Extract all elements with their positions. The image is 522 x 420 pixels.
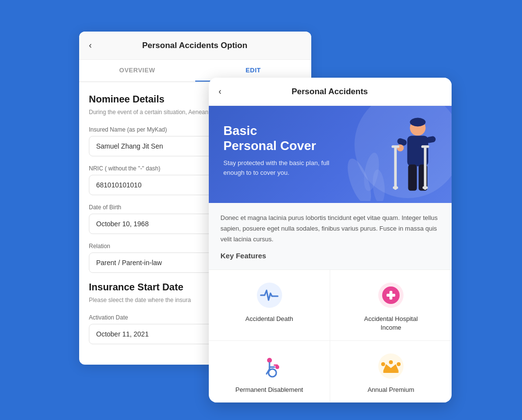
back-arrow-icon[interactable]: ‹ — [89, 40, 92, 50]
accidental-death-label: Accidental Death — [245, 315, 293, 323]
svg-point-29 — [378, 353, 404, 379]
svg-point-28 — [275, 365, 279, 369]
description-box: Donec et magna lacinia purus lobortis ti… — [209, 203, 452, 270]
feature-accidental-death: Accidental Death — [209, 270, 330, 340]
svg-point-26 — [269, 369, 276, 377]
feature-permanent-disablement: Permanent Disablement — [209, 341, 330, 403]
annual-premium-label: Annual Premium — [368, 386, 414, 394]
svg-rect-16 — [422, 186, 428, 189]
feature-annual-premium: Annual Premium — [330, 341, 452, 403]
svg-rect-21 — [387, 294, 395, 297]
svg-rect-9 — [408, 165, 417, 191]
permanent-disablement-icon — [256, 353, 283, 380]
front-card: ‹ Personal Accidents BasicPersonal Cover… — [209, 78, 452, 403]
hospital-income-label: Accidental HospitalIncome — [364, 315, 418, 332]
back-card-header: ‹ Personal Accidents Option — [79, 32, 311, 60]
accidental-death-icon — [256, 282, 283, 309]
svg-point-33 — [397, 362, 401, 366]
svg-point-32 — [389, 360, 393, 364]
annual-premium-icon — [377, 353, 404, 380]
front-card-title: Personal Accidents — [227, 87, 432, 97]
svg-point-31 — [381, 362, 385, 366]
front-card-header: ‹ Personal Accidents — [209, 78, 452, 106]
tab-overview[interactable]: OVERVIEW — [79, 60, 195, 82]
hospital-income-icon — [377, 282, 404, 309]
hero-title: BasicPersonal Cover — [223, 123, 437, 153]
key-features-label: Key Features — [220, 252, 440, 260]
svg-rect-34 — [383, 371, 399, 373]
hero-subtitle: Stay protected with the basic plan, full… — [223, 158, 340, 177]
hero-banner: BasicPersonal Cover Stay protected with … — [209, 106, 452, 203]
permanent-disablement-label: Permanent Disablement — [236, 386, 303, 394]
front-back-arrow-icon[interactable]: ‹ — [219, 86, 221, 97]
features-grid: Accidental Death Accidental HospitalInco… — [209, 270, 452, 403]
feature-accidental-hospital: Accidental HospitalIncome — [330, 270, 452, 340]
back-card-title: Personal Accidents Option — [98, 41, 292, 50]
description-text: Donec et magna lacinia purus lobortis ti… — [220, 213, 440, 245]
svg-rect-13 — [393, 186, 398, 189]
